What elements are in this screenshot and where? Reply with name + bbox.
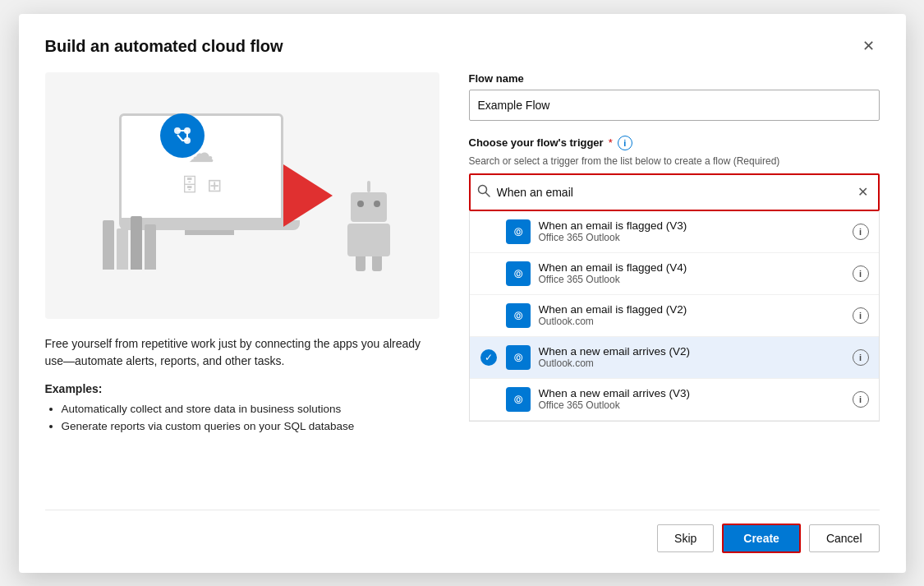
dialog-header: Build an automated cloud flow ✕ [45, 37, 880, 56]
cancel-button[interactable]: Cancel [809, 524, 880, 552]
trigger-name-4: When a new email arrives (V2) [539, 345, 844, 358]
create-button[interactable]: Create [722, 524, 801, 553]
trigger-list: Ⓞ When an email is flagged (V3) Office 3… [469, 211, 880, 422]
trigger-info-btn-4[interactable]: i [853, 349, 869, 366]
trigger-app-1: Office 365 Outlook [539, 232, 844, 243]
outlook-icon-2: Ⓞ [506, 261, 531, 286]
trigger-info-btn-3[interactable]: i [853, 307, 869, 324]
trigger-label-row: Choose your flow's trigger * i [469, 136, 880, 150]
trigger-app-4: Outlook.com [539, 358, 844, 369]
trigger-app-2: Office 365 Outlook [539, 274, 844, 285]
description-text: Free yourself from repetitive work just … [45, 335, 439, 371]
search-box: ✕ [471, 175, 878, 210]
trigger-info-5: When a new email arrives (V3) Office 365… [539, 387, 844, 411]
illustration: ☁ 🗄 ⊞ [45, 72, 439, 319]
example-item-2: Generate reports via custom queries on y… [62, 418, 439, 436]
required-star: * [609, 136, 613, 149]
right-panel: Flow name Choose your flow's trigger * i… [469, 72, 880, 493]
dialog-title: Build an automated cloud flow [45, 37, 283, 56]
outlook-icon-1: Ⓞ [506, 219, 531, 244]
left-panel: ☁ 🗄 ⊞ [45, 72, 439, 493]
svg-text:Ⓞ: Ⓞ [514, 270, 523, 279]
outlook-icon-3: Ⓞ [506, 303, 531, 328]
trigger-info-4: When a new email arrives (V2) Outlook.co… [539, 345, 844, 369]
trigger-info-btn-5[interactable]: i [853, 391, 869, 408]
db-icons: 🗄 ⊞ [181, 175, 222, 196]
svg-text:Ⓞ: Ⓞ [514, 395, 523, 404]
close-button[interactable]: ✕ [857, 37, 880, 55]
search-box-wrapper: ✕ [469, 173, 880, 211]
trigger-info-icon[interactable]: i [618, 136, 632, 150]
laptop-stand [185, 230, 234, 235]
trigger-name-1: When an email is flagged (V3) [539, 219, 844, 232]
trigger-info-btn-1[interactable]: i [853, 224, 869, 240]
trigger-app-3: Outlook.com [539, 316, 844, 327]
skip-button[interactable]: Skip [657, 524, 714, 552]
books-illustration [103, 216, 156, 270]
outlook-icon-5: Ⓞ [506, 387, 531, 412]
arrow-illustration [283, 164, 333, 227]
flow-name-label: Flow name [469, 72, 880, 85]
svg-text:Ⓞ: Ⓞ [514, 311, 523, 321]
flow-badge-icon [160, 113, 205, 158]
trigger-info-3: When an email is flagged (V2) Outlook.co… [539, 303, 844, 327]
trigger-info-btn-2[interactable]: i [853, 265, 869, 282]
trigger-info-1: When an email is flagged (V3) Office 365… [539, 219, 844, 243]
svg-line-6 [485, 192, 490, 196]
trigger-item[interactable]: Ⓞ When a new email arrives (V3) Office 3… [470, 379, 879, 421]
dialog-footer: Skip Create Cancel [45, 510, 880, 553]
search-input[interactable] [497, 186, 848, 199]
search-clear-button[interactable]: ✕ [854, 182, 871, 201]
dialog-body: ☁ 🗄 ⊞ [45, 72, 880, 493]
trigger-label: Choose your flow's trigger [469, 136, 604, 149]
svg-text:Ⓞ: Ⓞ [514, 353, 523, 362]
svg-text:Ⓞ: Ⓞ [514, 228, 523, 237]
trigger-name-3: When an email is flagged (V2) [539, 303, 844, 316]
trigger-name-5: When a new email arrives (V3) [539, 387, 844, 399]
search-icon [477, 184, 490, 201]
trigger-info-2: When an email is flagged (V4) Office 365… [539, 261, 844, 285]
check-col-selected: ✓ [480, 349, 498, 366]
examples-list: Automatically collect and store data in … [45, 400, 439, 436]
hint-text: Search or select a trigger from the list… [469, 155, 880, 167]
robot-illustration [347, 181, 390, 271]
trigger-item[interactable]: Ⓞ When an email is flagged (V4) Office 3… [470, 253, 879, 295]
dialog: Build an automated cloud flow ✕ [19, 14, 906, 573]
flow-name-input[interactable] [469, 90, 880, 121]
trigger-app-5: Office 365 Outlook [539, 399, 844, 411]
trigger-item[interactable]: Ⓞ When an email is flagged (V3) Office 3… [470, 211, 879, 253]
outlook-icon-4: Ⓞ [506, 345, 531, 370]
examples-title: Examples: [45, 382, 439, 395]
check-mark: ✓ [480, 349, 497, 366]
trigger-item-selected[interactable]: ✓ Ⓞ When a new email arrives (V2) Outloo… [470, 337, 879, 379]
trigger-name-2: When an email is flagged (V4) [539, 261, 844, 274]
illustration-inner: ☁ 🗄 ⊞ [70, 89, 415, 302]
example-item-1: Automatically collect and store data in … [62, 400, 439, 418]
trigger-item[interactable]: Ⓞ When an email is flagged (V2) Outlook.… [470, 295, 879, 337]
